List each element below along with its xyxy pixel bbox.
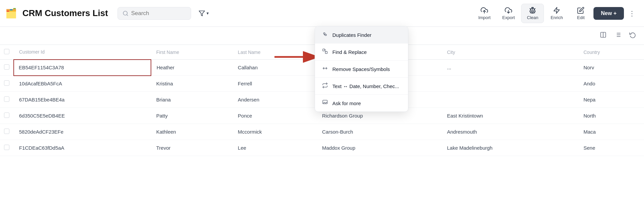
columns-toggle-button[interactable] [597, 29, 609, 42]
import-label: Import [478, 15, 491, 20]
cell-city: Lake Madelineburgh [442, 140, 578, 156]
select-all-header[interactable] [0, 45, 14, 60]
col-header-country[interactable]: Country [578, 45, 644, 60]
search-icon [123, 10, 129, 16]
cell-city [442, 76, 578, 92]
convert-icon [322, 82, 328, 90]
export-button[interactable]: Export [497, 4, 520, 23]
cell-customer-id: 5820deAdCF23EFe [14, 124, 151, 140]
cell-country: Nepa [578, 92, 644, 108]
svg-marker-2 [199, 11, 205, 16]
import-button[interactable]: Import [473, 4, 496, 23]
dropdown-label-convert: Text ↔ Date, Number, Chec... [332, 83, 399, 89]
cell-last-name: Andersen [233, 92, 317, 108]
clean-icon [529, 7, 536, 14]
cell-customer-id: 10dAcafEBbA5FcA [14, 76, 151, 92]
cell-customer-id: EB54EF1154C3A78 [14, 60, 151, 76]
ask-more-icon [322, 99, 328, 107]
cell-country: North [578, 108, 644, 124]
history-icon [629, 31, 636, 38]
cell-country: Ando [578, 76, 644, 92]
page-title: CRM Customers List [22, 8, 108, 18]
chevron-down-icon: ▾ [207, 11, 209, 16]
filter-button[interactable]: ▾ [195, 7, 212, 19]
cell-city: ... [442, 60, 578, 76]
row-checkbox[interactable] [4, 129, 9, 134]
dropdown-label-ask-more: Ask for more [332, 100, 361, 106]
row-checkbox-cell [0, 108, 14, 124]
row-checkbox-cell [0, 92, 14, 108]
dropdown-label-duplicates: Duplicates Finder [332, 32, 372, 38]
svg-point-13 [324, 33, 325, 34]
cell-last-name: Ferrell [233, 76, 317, 92]
cell-last-name: Mccormick [233, 124, 317, 140]
col-header-last-name[interactable]: Last Name [233, 45, 317, 60]
more-options-button[interactable]: ⋮ [625, 7, 639, 20]
row-checkbox[interactable] [4, 145, 9, 150]
cell-customer-id: F1CDEaC63fDd5aA [14, 140, 151, 156]
dropdown-label-find-replace: Find & Replace [332, 49, 367, 55]
select-all-checkbox[interactable] [4, 49, 9, 54]
cell-first-name: Patty [151, 108, 233, 124]
cell-first-name: Trevor [151, 140, 233, 156]
new-button[interactable]: New + [593, 7, 624, 20]
more-vert-icon: ⋮ [629, 10, 635, 17]
enrich-label: Enrich [551, 15, 563, 20]
row-checkbox-cell [0, 140, 14, 156]
clean-dropdown-menu: Duplicates FinderFind & ReplaceRemove Sp… [315, 26, 408, 112]
edit-label: Edit [577, 15, 584, 20]
edit-button[interactable]: Edit [569, 4, 592, 23]
svg-line-1 [127, 14, 128, 15]
cell-city [442, 92, 578, 108]
col-header-first-name[interactable]: First Name [151, 45, 233, 60]
col-header-customer-id[interactable]: Customer Id [14, 45, 151, 60]
row-checkbox[interactable] [4, 64, 9, 70]
dropdown-item-duplicates[interactable]: Duplicates Finder [315, 26, 408, 44]
row-checkbox[interactable] [4, 113, 9, 118]
export-label: Export [502, 15, 515, 20]
sort-button[interactable] [612, 29, 624, 42]
cell-company: Maddox Group [317, 140, 441, 156]
dropdown-item-convert[interactable]: Text ↔ Date, Number, Chec... [315, 78, 408, 95]
cell-country: Sene [578, 140, 644, 156]
clean-button[interactable]: Clean [521, 4, 544, 23]
row-checkbox[interactable] [4, 96, 9, 102]
table-row: F1CDEaC63fDd5aATrevorLeeMaddox GroupLake… [0, 140, 644, 156]
import-icon [481, 7, 488, 14]
row-checkbox-cell [0, 60, 14, 76]
row-checkbox-cell [0, 76, 14, 92]
edit-icon [577, 7, 584, 14]
sort-icon [615, 31, 621, 38]
cell-first-name: Kristina [151, 76, 233, 92]
cell-customer-id: 67DAB15Ebe4BE4a [14, 92, 151, 108]
history-button[interactable] [627, 29, 639, 42]
cell-last-name: Ponce [233, 108, 317, 124]
dropdown-item-remove-spaces[interactable]: Remove Spaces/Symbols [315, 61, 408, 78]
cell-country: Norv [578, 60, 644, 76]
filter-icon [198, 10, 205, 17]
table-row: 5820deAdCF23EFeKathleenMccormickCarson-B… [0, 124, 644, 140]
dropdown-item-ask-more[interactable]: Ask for more [315, 95, 408, 112]
col-header-city[interactable]: City [442, 45, 578, 60]
app-icon: 🗂️ [5, 8, 17, 19]
cell-first-name: Kathleen [151, 124, 233, 140]
dropdown-item-find-replace[interactable]: Find & Replace [315, 44, 408, 61]
duplicates-icon [322, 31, 328, 39]
svg-marker-7 [554, 7, 560, 13]
enrich-button[interactable]: Enrich [545, 4, 568, 23]
cell-city: Andresmouth [442, 124, 578, 140]
cell-last-name: Callahan [233, 60, 317, 76]
cell-city: East Kristintown [442, 108, 578, 124]
remove-spaces-icon [322, 65, 328, 73]
export-icon [505, 7, 512, 14]
clean-label: Clean [527, 15, 538, 20]
enrich-icon [553, 7, 560, 14]
toolbar-actions: Import Export Clean Enrich [473, 4, 639, 23]
columns-icon [600, 31, 607, 38]
search-input[interactable] [131, 10, 185, 17]
cell-country: Maca [578, 124, 644, 140]
row-checkbox[interactable] [4, 80, 9, 86]
search-bar[interactable] [117, 7, 191, 20]
row-checkbox-cell [0, 124, 14, 140]
dropdown-label-remove-spaces: Remove Spaces/Symbols [332, 66, 390, 72]
